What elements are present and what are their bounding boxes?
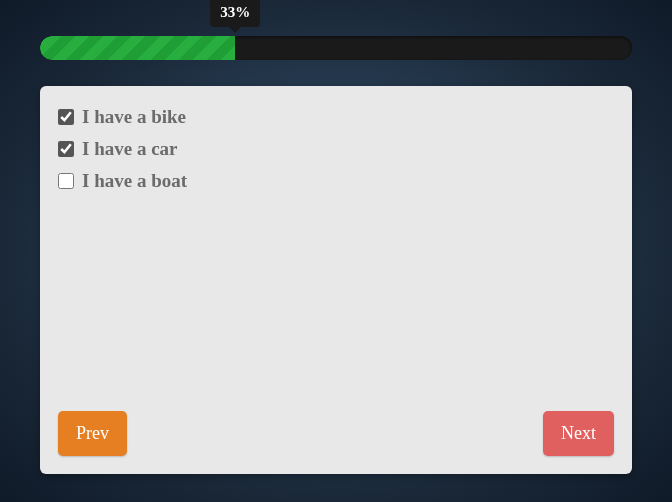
- option-label: I have a boat: [82, 170, 187, 192]
- checkbox-car[interactable]: [58, 141, 74, 157]
- checkbox-boat[interactable]: [58, 173, 74, 189]
- button-row: Prev Next: [58, 411, 614, 456]
- option-label: I have a car: [82, 138, 178, 160]
- option-row: I have a car: [58, 138, 614, 160]
- checkbox-bike[interactable]: [58, 109, 74, 125]
- next-button[interactable]: Next: [543, 411, 614, 456]
- progress-fill: [40, 36, 235, 60]
- progress-percent-label: 33%: [220, 4, 250, 20]
- prev-button[interactable]: Prev: [58, 411, 127, 456]
- option-row: I have a bike: [58, 106, 614, 128]
- option-row: I have a boat: [58, 170, 614, 192]
- progress-bar: [40, 36, 632, 60]
- option-label: I have a bike: [82, 106, 186, 128]
- form-container: 33% I have a bike I have a car I have a …: [0, 0, 672, 474]
- progress-tooltip: 33%: [210, 0, 260, 27]
- progress-section: 33%: [40, 36, 632, 60]
- form-card: I have a bike I have a car I have a boat…: [40, 86, 632, 474]
